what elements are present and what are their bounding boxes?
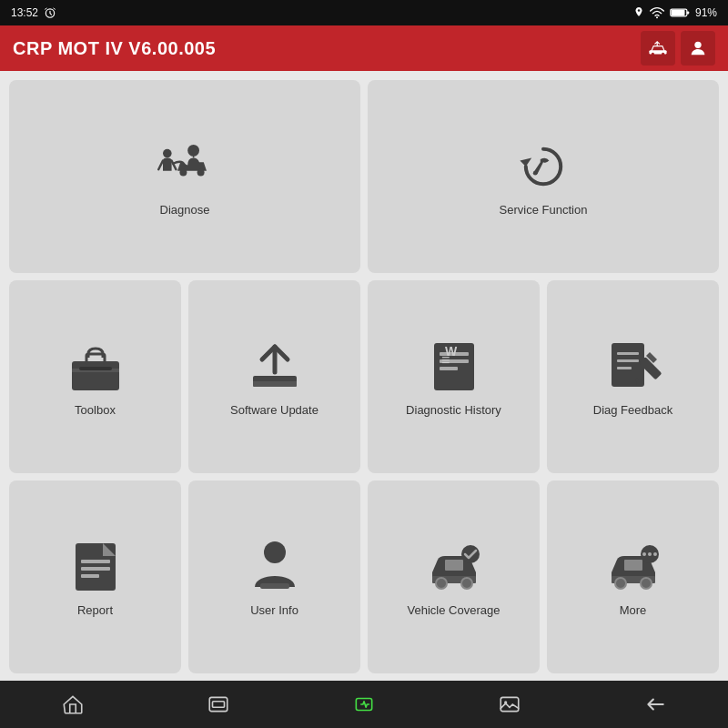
svg-rect-52 (213, 702, 225, 708)
toolbar-icons (641, 31, 715, 66)
user-icon (688, 38, 708, 58)
diag-feedback-tile[interactable]: Diag Feedback (547, 280, 719, 473)
diag-feedback-label: Diag Feedback (593, 403, 672, 417)
svg-point-44 (615, 578, 626, 589)
diagnose-icon (156, 137, 214, 196)
status-left: 13:52 (11, 6, 56, 19)
location-icon (633, 6, 644, 19)
service-function-tile[interactable]: Service Function (368, 80, 719, 273)
alarm-icon (44, 6, 56, 19)
svg-point-2 (656, 16, 658, 18)
gallery-nav-button[interactable] (482, 684, 537, 724)
recent-nav-button[interactable] (191, 684, 246, 724)
svg-point-40 (461, 578, 472, 589)
diagnose-label: Diagnose (160, 203, 210, 217)
back-nav-icon (643, 693, 667, 716)
svg-text:W: W (445, 344, 458, 359)
service-function-label: Service Function (500, 203, 588, 217)
diagnostic-history-tile[interactable]: ≡ W Diagnostic History (368, 280, 540, 473)
svg-point-48 (642, 552, 646, 556)
diagnose-tile[interactable]: Diagnose (9, 80, 360, 273)
user-info-label: User Info (250, 603, 298, 617)
gallery-nav-icon (498, 693, 521, 716)
diag-feedback-icon (604, 338, 662, 396)
battery-icon (670, 7, 690, 18)
more-tile[interactable]: More (547, 480, 719, 673)
toolbar: CRP MOT IV V6.00.005 (0, 25, 728, 71)
svg-point-45 (641, 578, 652, 589)
main-grid: Diagnose Service Function (0, 71, 728, 681)
diagnostic-history-label: Diagnostic History (406, 403, 501, 417)
home-nav-icon (61, 693, 85, 716)
svg-point-1 (638, 9, 641, 12)
svg-rect-41 (445, 560, 463, 571)
vehicle-coverage-tile[interactable]: Vehicle Coverage (368, 480, 540, 673)
back-nav-button[interactable] (628, 684, 682, 724)
grid-row-3: Report User Info (9, 480, 719, 673)
car-connect-icon (647, 39, 669, 57)
user-button[interactable] (681, 31, 715, 66)
software-update-label: Software Update (230, 403, 318, 417)
svg-rect-18 (79, 367, 112, 370)
svg-rect-30 (617, 367, 632, 369)
svg-point-8 (662, 53, 664, 56)
car-connect-button[interactable] (641, 31, 675, 66)
vehicle-coverage-icon (425, 538, 483, 596)
svg-point-55 (504, 701, 507, 703)
more-label: More (620, 603, 647, 617)
svg-rect-37 (260, 583, 289, 589)
status-right: 91% (633, 6, 717, 19)
svg-point-11 (179, 168, 187, 176)
software-update-tile[interactable]: Software Update (188, 280, 360, 473)
svg-rect-46 (624, 560, 642, 571)
service-function-icon (514, 137, 572, 196)
svg-rect-35 (81, 574, 99, 578)
nav-bar (0, 681, 728, 728)
svg-point-36 (264, 541, 286, 563)
svg-rect-29 (617, 359, 639, 362)
recent-nav-icon (207, 693, 230, 716)
report-icon (66, 538, 125, 596)
grid-row-1: Diagnose Service Function (9, 80, 719, 273)
toolbox-tile[interactable]: Toolbox (9, 280, 181, 473)
status-bar: 13:52 91% (0, 0, 728, 25)
svg-rect-4 (672, 10, 685, 15)
svg-rect-33 (81, 560, 110, 563)
wifi-icon (650, 6, 664, 19)
vci-nav-icon (352, 693, 376, 716)
toolbox-icon (66, 338, 125, 396)
svg-rect-20 (253, 381, 297, 387)
vehicle-coverage-label: Vehicle Coverage (408, 603, 500, 617)
svg-point-49 (648, 552, 652, 556)
svg-point-39 (436, 578, 447, 589)
svg-rect-28 (617, 352, 639, 355)
grid-row-2: Toolbox Software Update (9, 280, 719, 473)
svg-point-9 (694, 42, 701, 48)
home-nav-button[interactable] (46, 684, 100, 724)
svg-point-12 (197, 168, 205, 176)
user-info-tile[interactable]: User Info (188, 480, 360, 673)
software-update-icon (246, 338, 304, 396)
diagnostic-history-icon: ≡ W (425, 338, 483, 396)
svg-point-13 (163, 148, 172, 157)
app-title: CRP MOT IV V6.00.005 (13, 38, 216, 59)
svg-point-50 (653, 552, 657, 556)
more-icon (604, 538, 662, 596)
report-tile[interactable]: Report (9, 480, 181, 673)
report-label: Report (77, 603, 113, 617)
vci-nav-button[interactable] (337, 684, 391, 724)
battery-percent: 91% (695, 6, 717, 19)
svg-rect-54 (500, 697, 519, 711)
svg-rect-5 (687, 11, 689, 14)
svg-rect-15 (72, 361, 119, 390)
svg-rect-34 (81, 567, 110, 571)
svg-point-7 (652, 53, 654, 56)
user-info-icon (246, 538, 304, 596)
time-display: 13:52 (11, 6, 38, 19)
toolbox-label: Toolbox (75, 403, 116, 417)
svg-point-14 (533, 170, 538, 175)
